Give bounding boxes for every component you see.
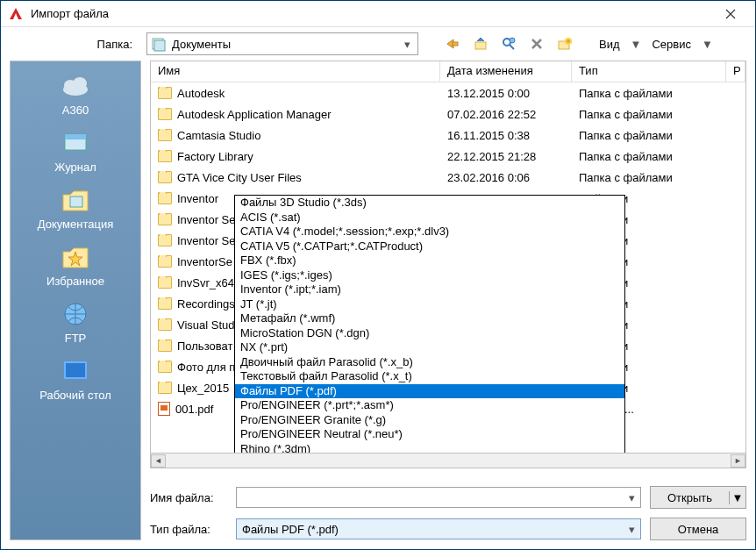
folder-icon <box>158 192 172 204</box>
window-title: Импорт файла <box>31 7 713 20</box>
filename-input[interactable]: ▾ <box>236 487 641 508</box>
file-name: Inventor Se <box>177 234 236 247</box>
file-type-option[interactable]: Pro/ENGINEER Neutral (*.neu*) <box>235 427 624 442</box>
pdf-icon <box>158 402 170 416</box>
folder-icon <box>158 87 172 99</box>
bottom-fields: Имя файла: ▾ Открыть ▼ Тип файла: <box>150 486 746 540</box>
folder-icon <box>158 108 172 120</box>
file-name: Цех_2015 <box>177 382 229 395</box>
file-type-option[interactable]: Двоичный файл Parasolid (*.x_b) <box>235 355 624 370</box>
delete-button[interactable] <box>525 32 548 55</box>
dialog-window: Импорт файла Папка: Документы ▾ Вид ▼ Се… <box>0 0 756 550</box>
file-type-option[interactable]: CATIA V4 (*.model;*.session;*.exp;*.dlv3… <box>235 225 624 239</box>
file-type-option[interactable]: MicroStation DGN (*.dgn) <box>235 326 624 341</box>
file-name: Inventor Se <box>177 213 236 226</box>
file-type-option[interactable]: Текстовый файл Parasolid (*.x_t) <box>235 369 624 384</box>
file-type: Папка с файлами <box>572 108 745 121</box>
file-type-option[interactable]: CATIA V5 (*.CATPart;*.CATProduct) <box>235 239 624 254</box>
file-type-option[interactable]: Inventor (*.ipt;*.iam) <box>235 282 624 297</box>
file-date: 22.12.2015 21:28 <box>440 150 572 163</box>
place-label: Журнал <box>18 161 132 174</box>
column-more[interactable]: Р <box>726 61 745 82</box>
chevron-down-icon[interactable]: ▼ <box>730 491 745 504</box>
file-type-option[interactable]: Файлы PDF (*.pdf) <box>235 384 624 399</box>
scroll-left-icon[interactable]: ◄ <box>151 454 166 468</box>
file-type-option[interactable]: JT (*.jt) <box>235 297 624 312</box>
place-label: FTP <box>18 332 132 345</box>
filename-label: Имя файла: <box>150 491 227 504</box>
file-type-option[interactable]: NX (*.prt) <box>235 340 624 355</box>
place-docs[interactable]: Документация <box>18 182 132 238</box>
folder-icon <box>158 361 172 373</box>
cloud-icon <box>58 72 93 100</box>
file-name: 001.pdf <box>175 403 213 416</box>
close-button[interactable] <box>713 2 748 26</box>
file-date: 16.11.2015 0:38 <box>440 129 572 142</box>
places-bar: A360ЖурналДокументацияИзбранноеFTPРабочи… <box>10 61 141 540</box>
file-row[interactable]: GTA Vice City User Files23.02.2016 0:06П… <box>151 167 745 188</box>
service-menu[interactable]: Сервис <box>646 38 696 51</box>
place-label: Документация <box>18 218 132 231</box>
file-name: Autodesk Application Manager <box>177 108 332 121</box>
folder-icon <box>158 318 172 331</box>
file-type-option[interactable]: Rhino (*.3dm) <box>235 442 624 454</box>
place-label: Рабочий стол <box>18 389 132 402</box>
place-label: Избранное <box>18 275 132 288</box>
place-ftp[interactable]: FTP <box>18 296 132 352</box>
file-type-option[interactable]: Pro/ENGINEER Granite (*.g) <box>235 413 624 428</box>
folder-icon <box>158 213 172 225</box>
scroll-right-icon[interactable]: ► <box>731 454 745 468</box>
file-name: Factory Library <box>177 150 253 163</box>
folder-icon <box>158 255 172 268</box>
view-menu[interactable]: Вид <box>594 38 625 51</box>
horizontal-scrollbar[interactable]: ◄ ► <box>150 454 746 468</box>
place-fav[interactable]: Избранное <box>18 239 132 295</box>
file-list-header: Имя Дата изменения Тип Р <box>151 61 745 82</box>
file-type-option[interactable]: Метафайл (*.wmf) <box>235 311 624 326</box>
svg-point-6 <box>510 38 515 43</box>
file-name: Фото для п <box>177 361 235 374</box>
place-cloud[interactable]: A360 <box>18 68 132 124</box>
folder-label: Папка: <box>10 38 141 51</box>
file-row[interactable]: Autodesk Application Manager07.02.2016 2… <box>151 104 745 125</box>
file-name: Autodesk <box>177 87 225 100</box>
back-button[interactable] <box>441 32 464 55</box>
file-name: Recordings <box>177 297 235 311</box>
file-type-option[interactable]: Файлы 3D Studio (*.3ds) <box>235 196 624 211</box>
chevron-down-icon: ▾ <box>629 523 635 536</box>
file-type: Папка с файлами <box>572 150 745 163</box>
up-button[interactable] <box>469 32 492 55</box>
open-button[interactable]: Открыть ▼ <box>650 486 746 509</box>
svg-rect-13 <box>65 134 86 139</box>
new-folder-button[interactable] <box>553 32 576 55</box>
file-name: Visual Stud <box>177 318 235 332</box>
file-row[interactable]: Factory Library22.12.2015 21:28Папка с ф… <box>151 146 745 167</box>
folder-combo[interactable]: Документы ▾ <box>146 32 418 55</box>
docs-icon <box>58 186 93 214</box>
filetype-combo[interactable]: Файлы PDF (*.pdf) ▾ <box>236 518 641 539</box>
svg-rect-3 <box>475 42 486 49</box>
dialog-body: A360ЖурналДокументацияИзбранноеFTPРабочи… <box>1 61 755 549</box>
main-area: Имя Дата изменения Тип Р Autodesk13.12.2… <box>150 61 746 540</box>
column-date[interactable]: Дата изменения <box>440 61 572 82</box>
place-desktop[interactable]: Рабочий стол <box>18 354 132 409</box>
cancel-button[interactable]: Отмена <box>650 518 746 540</box>
file-date: 07.02.2016 22:52 <box>440 108 572 121</box>
file-type-dropdown[interactable]: Файлы 3D Studio (*.3ds)ACIS (*.sat)CATIA… <box>234 195 625 454</box>
file-name: InvSvr_x64_ <box>177 276 240 289</box>
file-type-option[interactable]: IGES (*.igs;*.iges) <box>235 268 624 283</box>
file-type-option[interactable]: FBX (*.fbx) <box>235 254 624 268</box>
journal-icon <box>58 129 93 157</box>
svg-rect-14 <box>70 196 82 207</box>
svg-rect-1 <box>154 40 165 51</box>
search-button[interactable] <box>497 32 520 55</box>
svg-rect-2 <box>453 42 458 46</box>
file-row[interactable]: Camtasia Studio16.11.2015 0:38Папка с фа… <box>151 125 745 146</box>
file-row[interactable]: Autodesk13.12.2015 0:00Папка с файлами <box>151 82 745 104</box>
column-type[interactable]: Тип <box>572 61 726 82</box>
column-name[interactable]: Имя <box>151 61 440 82</box>
file-type-option[interactable]: ACIS (*.sat) <box>235 211 624 225</box>
folder-icon <box>158 150 172 162</box>
file-type-option[interactable]: Pro/ENGINEER (*.prt*;*.asm*) <box>235 398 624 413</box>
place-journal[interactable]: Журнал <box>18 125 132 181</box>
